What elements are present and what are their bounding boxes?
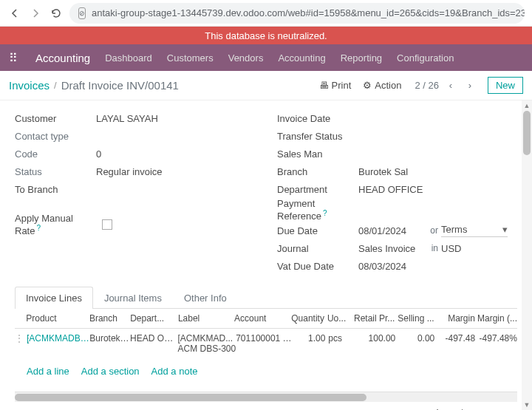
forward-icon[interactable] [28,6,43,21]
tab-other-info[interactable]: Other Info [173,287,238,309]
apply-rate-checkbox[interactable] [102,219,112,230]
scroll-up-icon[interactable]: ▲ [522,100,532,111]
vat-due-label: Vat Due Date [277,261,358,272]
margin-pct-cell[interactable]: -497.48% [475,333,517,344]
col-branch[interactable]: Branch [89,313,130,324]
invoice-date-label: Invoice Date [277,113,358,124]
journal-in-label: in [422,243,441,253]
pager-prev-icon[interactable]: ‹ [443,77,458,95]
label-cell[interactable]: [ACMKMAD... ACM DBS-300 [177,333,236,354]
code-label: Code [15,148,96,160]
col-product[interactable]: Product [26,313,89,324]
code-value[interactable]: 0 [96,148,101,160]
help-icon[interactable]: ? [323,209,327,217]
col-margin-pct[interactable]: Margin (... [475,313,517,324]
product-cell[interactable]: [ACMKMADBS3 [27,333,89,344]
contact-type-label: Contact type [15,131,96,142]
browser-toolbar: ⊘ antaki-group-stage1-13445739.dev.odoo.… [0,0,532,27]
add-section-button[interactable]: Add a section [81,366,140,377]
url-bar[interactable]: ⊘ antaki-group-stage1-13445739.dev.odoo.… [69,3,525,24]
banner-text: This database is neutralized. [205,30,327,41]
vat-due-value[interactable]: 08/03/2024 [358,261,406,272]
col-label[interactable]: Label [178,313,234,324]
print-label: Print [332,80,352,91]
breadcrumb-current: Draft Invoice INV/00141 [61,79,179,92]
status-value[interactable]: Regular invoice [96,166,163,177]
pager: 2 / 26 ‹ › [415,77,477,95]
branch-label: Branch [277,166,358,177]
new-button[interactable]: New [488,77,523,94]
app-name[interactable]: Accounting [35,52,90,64]
scrollbar-thumb[interactable] [523,111,531,155]
scrollbar-thumb[interactable] [15,394,366,401]
left-column: CustomerLAYAL SAYAH Contact type Code0 S… [15,109,255,275]
dept-cell[interactable]: HEAD OFFICE [130,333,177,344]
nav-accounting[interactable]: Accounting [278,52,325,64]
nav-configuration[interactable]: Configuration [397,52,454,64]
journal-label: Journal [277,243,358,254]
col-retail[interactable]: Retail Pr... [349,313,395,324]
back-icon[interactable] [7,6,22,21]
terms-select[interactable]: Terms▾ [441,224,508,237]
col-account[interactable]: Account [234,313,290,324]
scroll-down-icon[interactable]: ▼ [522,400,532,410]
journal-currency[interactable]: USD [441,243,461,254]
department-label: Department [277,184,358,195]
horizontal-scrollbar[interactable] [15,392,517,402]
chevron-down-icon: ▾ [502,224,508,235]
customer-label: Customer [15,113,96,124]
tab-journal-items[interactable]: Journal Items [93,287,173,309]
right-column: Invoice Date Transfer Status Sales Man B… [277,109,517,275]
add-line-button[interactable]: Add a line [27,366,69,377]
url-text: antaki-group-stage1-13445739.dev.odoo.co… [92,7,525,18]
main-nav: ⠿ Accounting Dashboard Customers Vendors… [0,44,532,71]
control-bar: Invoices / Draft Invoice INV/00141 🖶 Pri… [0,71,532,100]
col-uom[interactable]: Uo... [324,313,349,324]
nav-reporting[interactable]: Reporting [341,52,382,64]
uom-cell[interactable]: pcs [325,333,350,344]
department-value[interactable]: HEAD OFFICE [358,184,423,195]
print-button[interactable]: 🖶 Print [319,80,352,91]
branch-cell[interactable]: Burotek S... [89,333,130,344]
nav-customers[interactable]: Customers [167,52,214,64]
neutralized-banner: This database is neutralized. [0,27,532,44]
col-department[interactable]: Depart... [130,313,178,324]
col-margin[interactable]: Margin [434,313,475,324]
col-quantity[interactable]: Quantity [290,313,324,324]
transfer-status-label: Transfer Status [277,131,358,142]
salesman-label: Sales Man [277,148,358,160]
col-selling[interactable]: Selling ... [395,313,434,324]
vertical-scrollbar[interactable]: ▲ ▼ [522,100,532,410]
action-button[interactable]: ⚙ Action [363,80,401,91]
account-cell[interactable]: 701100001 S... [236,333,292,344]
pager-text[interactable]: 2 / 26 [415,80,439,91]
grid-header: Product Branch Depart... Label Account Q… [15,309,517,329]
row-actions: Add a line Add a section Add a note [15,358,517,392]
customer-value[interactable]: LAYAL SAYAH [96,113,158,124]
apps-icon[interactable]: ⠿ [9,51,18,65]
print-icon: 🖶 [319,80,329,91]
qty-cell[interactable]: 1.00 [292,333,325,344]
table-row[interactable]: ⋮⋮ [ACMKMADBS3 Burotek S... HEAD OFFICE … [15,329,517,358]
journal-value[interactable]: Sales Invoice [358,243,422,254]
payment-ref-label: Payment Reference? [277,198,358,222]
retail-cell[interactable]: 100.00 [351,333,396,344]
selling-cell[interactable]: 0.00 [395,333,434,344]
help-icon[interactable]: ? [36,224,41,232]
site-info-icon[interactable]: ⊘ [78,7,86,19]
drag-handle-icon[interactable]: ⋮⋮ [15,333,27,344]
due-date-value[interactable]: 08/01/2024 [358,225,422,236]
breadcrumb-root[interactable]: Invoices [9,79,50,92]
form-content: CustomerLAYAL SAYAH Contact type Code0 S… [0,100,532,410]
gear-icon: ⚙ [363,80,372,91]
nav-vendors[interactable]: Vendors [228,52,264,64]
margin-cell[interactable]: -497.48 [434,333,475,344]
tabs: Invoice Lines Journal Items Other Info [15,287,517,309]
due-or-label: or [422,225,441,236]
tab-invoice-lines[interactable]: Invoice Lines [15,287,93,309]
reload-icon[interactable] [49,6,64,21]
nav-dashboard[interactable]: Dashboard [105,52,152,64]
pager-next-icon[interactable]: › [463,77,477,95]
branch-value[interactable]: Burotek Sal [358,166,408,177]
add-note-button[interactable]: Add a note [151,366,198,377]
